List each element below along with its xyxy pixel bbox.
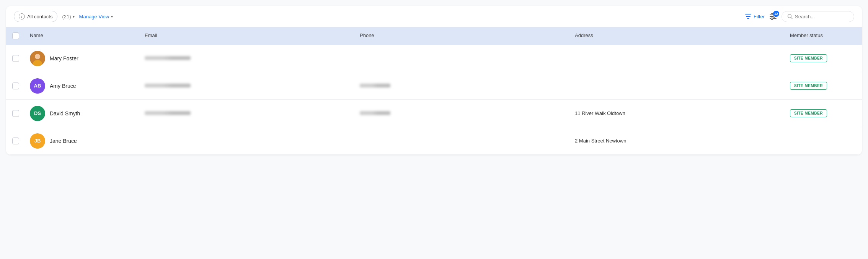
- row-checkbox[interactable]: [12, 110, 19, 117]
- member-status-cell: SITE MEMBER: [785, 77, 862, 94]
- member-status-cell: SITE MEMBER: [785, 105, 862, 122]
- svg-point-5: [771, 18, 773, 20]
- email-cell: [140, 78, 355, 93]
- header-name: Name: [25, 31, 140, 41]
- phone-cell: [355, 54, 570, 63]
- address-cell: 2 Main Street Newtown: [570, 133, 785, 148]
- row-name-cell: JB Jane Bruce: [25, 129, 140, 153]
- toolbar: i All contacts (21) ▾ Manage View ▾ Filt…: [6, 6, 862, 27]
- email-cell: [140, 136, 355, 146]
- header-member-status: Member status: [785, 31, 862, 41]
- chevron-down-icon: ▾: [111, 15, 113, 19]
- row-name-cell: AB Amy Bruce: [25, 74, 140, 98]
- row-checkbox-cell: [6, 55, 25, 62]
- info-icon: i: [19, 13, 25, 19]
- phone-blurred: [360, 84, 390, 87]
- member-status-badge: SITE MEMBER: [790, 54, 827, 62]
- member-status-badge: SITE MEMBER: [790, 82, 827, 90]
- all-contacts-label: All contacts: [27, 14, 52, 19]
- row-checkbox[interactable]: [12, 55, 19, 62]
- contact-name: Mary Foster: [50, 55, 78, 62]
- row-checkbox-cell: [6, 110, 25, 117]
- count-value: (21): [62, 14, 71, 19]
- row-name-cell: DS David Smyth: [25, 101, 140, 126]
- row-checkbox-cell: [6, 83, 25, 89]
- columns-badge: 12: [773, 11, 779, 17]
- email-blurred: [145, 84, 191, 87]
- filter-icon: [745, 14, 751, 19]
- table-row: DS David Smyth 11 River Walk Oldtown SIT…: [6, 100, 862, 127]
- manage-view-label: Manage View: [79, 14, 109, 19]
- member-status-cell: SITE MEMBER: [785, 50, 862, 67]
- row-checkbox[interactable]: [12, 83, 19, 89]
- contacts-table-container: i All contacts (21) ▾ Manage View ▾ Filt…: [6, 6, 862, 155]
- table-row: Mary Foster SITE MEMBER: [6, 45, 862, 72]
- table-header: Name Email Phone Address Member status: [6, 27, 862, 45]
- table-row: AB Amy Bruce SITE MEMBER: [6, 72, 862, 100]
- filter-label: Filter: [754, 14, 765, 19]
- chevron-down-icon: ▾: [73, 15, 75, 19]
- address-cell: 11 River Walk Oldtown: [570, 106, 785, 121]
- avatar: AB: [30, 78, 45, 94]
- email-blurred: [145, 56, 191, 60]
- search-input[interactable]: [795, 14, 848, 19]
- phone-cell: [355, 78, 570, 93]
- row-checkbox-cell: [6, 138, 25, 144]
- row-checkbox[interactable]: [12, 138, 19, 144]
- search-icon: [787, 14, 793, 19]
- address-cell: [570, 81, 785, 91]
- avatar: DS: [30, 106, 45, 121]
- contact-count: (21) ▾: [62, 14, 74, 19]
- avatar: [30, 51, 45, 66]
- header-email: Email: [140, 31, 355, 41]
- table-row: JB Jane Bruce 2 Main Street Newtown: [6, 127, 862, 155]
- member-status-cell: [785, 136, 862, 146]
- contact-name: Amy Bruce: [50, 83, 76, 89]
- svg-line-7: [791, 18, 793, 19]
- email-cell: [140, 106, 355, 121]
- table-body: Mary Foster SITE MEMBER AB Amy Bruce SIT…: [6, 45, 862, 155]
- columns-button[interactable]: 12: [769, 13, 777, 20]
- svg-point-9: [35, 54, 40, 59]
- address-cell: [570, 54, 785, 63]
- header-phone: Phone: [355, 31, 570, 41]
- email-cell: [140, 51, 355, 66]
- phone-blurred: [360, 111, 390, 115]
- phone-cell: [355, 136, 570, 146]
- avatar: JB: [30, 133, 45, 149]
- contact-name: David Smyth: [50, 110, 80, 117]
- header-checkbox-cell: [6, 31, 25, 41]
- member-status-badge: SITE MEMBER: [790, 109, 827, 117]
- all-contacts-button[interactable]: i All contacts: [14, 11, 57, 22]
- svg-point-3: [771, 13, 773, 15]
- search-box[interactable]: [782, 11, 854, 22]
- contact-name: Jane Bruce: [50, 138, 77, 144]
- select-all-checkbox[interactable]: [12, 32, 19, 39]
- manage-view-button[interactable]: Manage View ▾: [79, 14, 113, 19]
- header-address: Address: [570, 31, 785, 41]
- row-name-cell: Mary Foster: [25, 46, 140, 71]
- email-blurred: [145, 111, 191, 115]
- filter-button[interactable]: Filter: [745, 14, 765, 19]
- phone-cell: [355, 106, 570, 121]
